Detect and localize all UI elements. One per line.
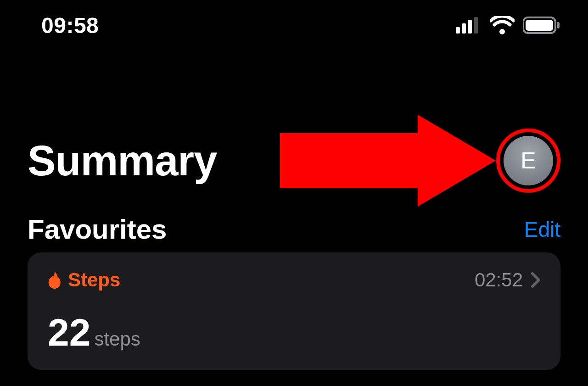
card-timestamp: 02:52 (475, 269, 523, 291)
edit-button[interactable]: Edit (524, 217, 560, 242)
battery-icon (523, 16, 560, 34)
card-label: Steps (68, 269, 120, 291)
card-value: 22 (48, 313, 90, 352)
chevron-right-icon (531, 272, 540, 288)
svg-rect-1 (462, 23, 466, 34)
cellular-icon (456, 17, 482, 34)
steps-card[interactable]: Steps 02:52 22 steps (28, 252, 560, 370)
wifi-icon (490, 16, 515, 34)
svg-rect-3 (474, 17, 478, 34)
title-row: Summary E (28, 129, 560, 193)
status-bar: 09:58 (0, 0, 588, 50)
flame-icon (48, 271, 62, 289)
status-time: 09:58 (41, 13, 99, 38)
card-unit: steps (94, 328, 140, 350)
status-icons (456, 16, 560, 34)
card-value-row: 22 steps (48, 313, 540, 352)
svg-rect-5 (526, 20, 553, 31)
page-title: Summary (28, 137, 217, 185)
card-header-left: Steps (48, 269, 120, 291)
svg-rect-0 (456, 27, 460, 34)
profile-avatar-highlight: E (496, 129, 560, 193)
annotation-circle (496, 129, 560, 193)
svg-rect-2 (468, 20, 472, 34)
card-header-right: 02:52 (475, 269, 540, 291)
favourites-header: Favourites Edit (28, 213, 560, 245)
svg-rect-6 (557, 22, 560, 28)
card-header: Steps 02:52 (48, 269, 540, 291)
favourites-title: Favourites (28, 213, 167, 245)
